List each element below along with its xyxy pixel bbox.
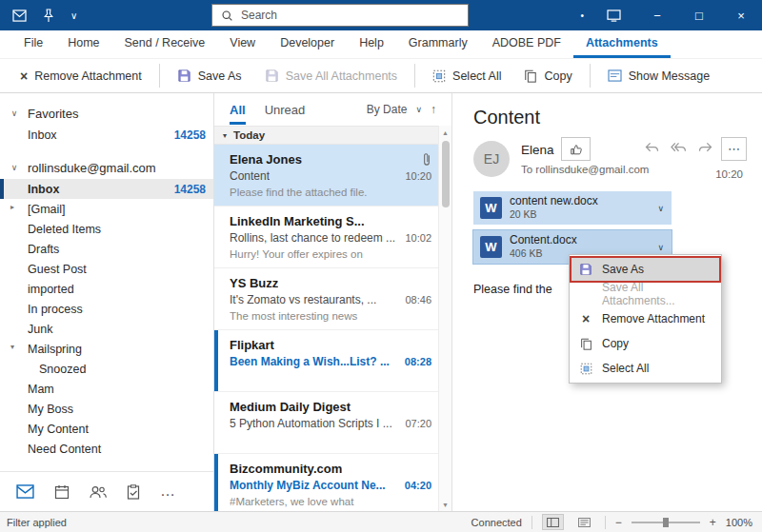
chevron-down-icon[interactable]: ∨: [657, 204, 664, 213]
folder-guest-post[interactable]: Guest Post: [0, 259, 213, 279]
maximize-button[interactable]: □: [678, 0, 720, 30]
menu-item-remove-attachment[interactable]: × Remove Attachment: [571, 306, 720, 331]
menu-item-save-as[interactable]: Save As: [571, 257, 720, 282]
message-sender: Elena Jones: [230, 152, 302, 167]
account-header[interactable]: ∨ rollinsduke@gmail.com: [0, 156, 213, 179]
message-row[interactable]: LinkedIn Marketing S... Rollins, last ch…: [214, 207, 438, 268]
minimize-button[interactable]: −: [636, 0, 678, 30]
folder-imported[interactable]: imported: [0, 279, 213, 299]
zoom-in-icon[interactable]: +: [710, 516, 716, 529]
favorites-header[interactable]: ∨ Favorites: [0, 102, 213, 125]
scroll-down-icon[interactable]: ▼: [439, 498, 451, 511]
tab-adobe-pdf[interactable]: ADOBE PDF: [480, 30, 573, 58]
menu-item-copy[interactable]: Copy: [571, 331, 720, 356]
save-as-button[interactable]: Save As: [167, 63, 252, 89]
more-apps-icon[interactable]: …: [160, 488, 176, 494]
tab-file[interactable]: File: [11, 30, 55, 58]
folder-mam[interactable]: Mam: [0, 379, 213, 399]
filter-tab-unread[interactable]: Unread: [265, 103, 306, 117]
folder-label: My Boss: [28, 403, 73, 416]
zoom-slider-handle[interactable]: [663, 518, 669, 527]
message-preview: Please find the attached file.: [230, 187, 431, 198]
chevron-down-icon[interactable]: ∨: [415, 105, 422, 114]
tab-home[interactable]: Home: [55, 30, 111, 58]
sort-by-label[interactable]: By Date: [367, 103, 408, 116]
message-row[interactable]: Medium Daily Digest 5 Python Automation …: [214, 392, 438, 454]
close-button[interactable]: ×: [720, 0, 762, 30]
folder-mailspring[interactable]: ▾ Mailspring: [0, 339, 213, 359]
attachment-chip[interactable]: W content new.docx 20 KB ∨: [473, 191, 672, 225]
folder-drafts[interactable]: Drafts: [0, 239, 213, 259]
scroll-up-icon[interactable]: ▲: [439, 126, 451, 139]
dot-indicator: •: [580, 10, 584, 21]
tab-help[interactable]: Help: [347, 30, 396, 58]
show-message-button[interactable]: Show Message: [597, 63, 720, 89]
scrollbar-thumb[interactable]: [442, 141, 450, 207]
message-row[interactable]: Elena Jones Content 10:20 Please find th…: [214, 145, 438, 207]
select-all-label: Select All: [452, 69, 501, 83]
remove-attachment-button[interactable]: × Remove Attachment: [10, 63, 152, 89]
zoom-level[interactable]: 100%: [726, 517, 752, 528]
favorites-inbox[interactable]: Inbox 14258: [0, 125, 213, 145]
folder-junk[interactable]: Junk: [0, 319, 213, 339]
menu-item-select-all[interactable]: Select All: [571, 356, 720, 381]
folder-my-content[interactable]: My Content: [0, 419, 213, 439]
collapse-icon[interactable]: ▾: [10, 343, 14, 351]
reply-all-icon[interactable]: [671, 142, 687, 153]
folder-in-process[interactable]: In process: [0, 299, 213, 319]
tab-grammarly[interactable]: Grammarly: [396, 30, 480, 58]
message-row[interactable]: Flipkart Been Making a Wish...List? ... …: [214, 330, 438, 392]
expand-icon[interactable]: ▸: [10, 203, 14, 211]
filter-tab-all[interactable]: All: [230, 103, 246, 117]
message-row[interactable]: Bizcommunity.com Monthly MyBiz Account N…: [214, 454, 438, 511]
people-icon[interactable]: [90, 485, 107, 499]
calendar-icon[interactable]: [54, 484, 70, 500]
quick-access-chevron-icon[interactable]: ∨: [70, 10, 77, 21]
group-label: Today: [233, 129, 265, 141]
folder-deleted-items[interactable]: Deleted Items: [0, 219, 213, 239]
folder-snoozed[interactable]: Snoozed: [0, 359, 213, 379]
zoom-out-icon[interactable]: −: [615, 516, 622, 529]
tab-view[interactable]: View: [217, 30, 268, 58]
more-actions-icon[interactable]: ⋯: [721, 137, 747, 161]
tab-attachments[interactable]: Attachments: [573, 30, 671, 58]
menu-item-save-all-attachments: Save All Attachments...: [571, 282, 720, 306]
toolbar-separator: [590, 64, 591, 88]
avatar[interactable]: EJ: [473, 141, 510, 177]
zoom-slider[interactable]: [632, 522, 700, 523]
mail-icon[interactable]: [16, 484, 34, 499]
display-icon[interactable]: [607, 10, 621, 22]
outlook-icon[interactable]: [12, 10, 27, 22]
message-row[interactable]: YS Buzz It's Zomato vs restaurants, ... …: [214, 268, 438, 330]
toolbar-separator: [414, 64, 415, 88]
tab-send-receive[interactable]: Send / Receive: [112, 30, 218, 58]
message-sender: Medium Daily Digest: [230, 400, 351, 414]
message-subject: It's Zomato vs restaurants, ...: [230, 293, 376, 306]
forward-icon[interactable]: [698, 142, 712, 153]
search-input[interactable]: Search: [211, 4, 469, 27]
titlebar: ∨ Search • − □ ×: [0, 0, 762, 30]
pin-icon[interactable]: [43, 9, 54, 23]
recipient-line[interactable]: To rollinsduke@gmail.com: [521, 164, 649, 175]
tasks-icon[interactable]: [127, 484, 140, 500]
folder-gmail[interactable]: ▸ [Gmail]: [0, 199, 213, 219]
layout-view-icon[interactable]: [573, 514, 595, 530]
group-header-today[interactable]: ▾ Today: [214, 126, 451, 145]
like-button[interactable]: [561, 137, 591, 161]
tab-developer[interactable]: Developer: [268, 30, 347, 58]
menu-item-label: Copy: [602, 337, 629, 350]
copy-button[interactable]: Copy: [513, 63, 582, 89]
reading-view-icon[interactable]: [542, 514, 564, 530]
list-scrollbar[interactable]: ▲ ▼: [438, 126, 451, 511]
folder-need-content[interactable]: Need Content: [0, 439, 213, 459]
sender-name[interactable]: Elena: [521, 143, 554, 157]
sort-direction-icon[interactable]: ↑: [431, 103, 436, 116]
menu-item-label: Save All Attachments...: [602, 281, 712, 307]
reply-icon[interactable]: [645, 142, 659, 153]
chevron-down-icon[interactable]: ∨: [657, 243, 664, 252]
folder-inbox[interactable]: Inbox 14258: [0, 179, 213, 199]
folder-my-boss[interactable]: My Boss: [0, 399, 213, 419]
window-controls: • − □ ×: [580, 0, 762, 30]
folder-label: Need Content: [28, 443, 101, 456]
select-all-button[interactable]: Select All: [422, 63, 511, 89]
